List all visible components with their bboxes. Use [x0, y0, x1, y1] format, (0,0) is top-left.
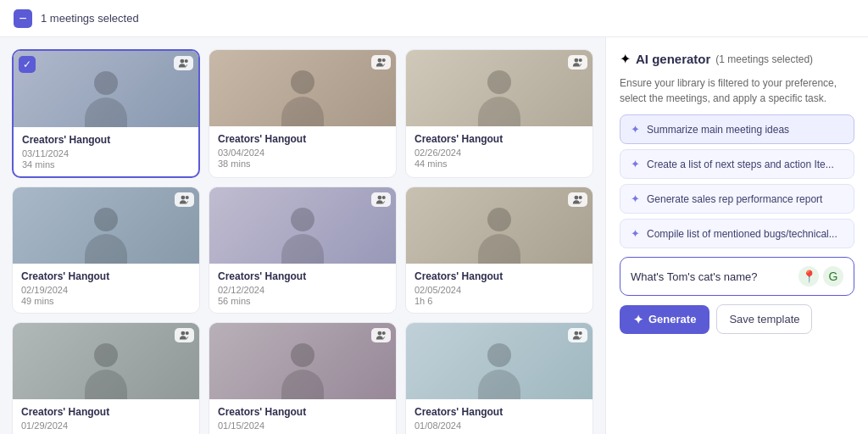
- ai-input-area[interactable]: 📍 G: [620, 257, 854, 296]
- save-template-button[interactable]: Save template: [716, 304, 812, 334]
- svg-point-11: [579, 196, 582, 199]
- ai-sparkle-icon: ✦: [620, 51, 631, 67]
- person-silhouette: [85, 343, 127, 399]
- svg-point-0: [180, 59, 184, 64]
- users-icon: [179, 194, 190, 205]
- person-silhouette: [478, 70, 520, 126]
- participants-icon: [175, 192, 194, 207]
- svg-point-8: [377, 196, 381, 200]
- meeting-card[interactable]: Creators' Hangout 03/04/2024 38 mins: [209, 49, 397, 178]
- suggestion-label: Summarize main meeting ideas: [647, 124, 789, 136]
- participants-icon: [174, 56, 193, 70]
- participants-icon: [371, 55, 391, 70]
- person-silhouette: [281, 343, 324, 399]
- generate-sparkle-icon: ✦: [633, 313, 643, 326]
- person-silhouette: [85, 208, 127, 264]
- meetings-grid-area: Creators' Hangout 03/11/2024 34 mins Cre…: [0, 37, 605, 434]
- card-meeting-name: Creators' Hangout: [218, 406, 387, 418]
- card-date: 01/15/2024: [218, 420, 387, 431]
- suggestion-label: Create a list of next steps and action I…: [647, 159, 834, 170]
- card-meeting-name: Creators' Hangout: [415, 133, 584, 145]
- suggestion-sparkle-icon: ✦: [631, 227, 640, 240]
- card-date: 02/05/2024: [415, 285, 584, 295]
- card-duration: 34 mins: [22, 159, 190, 170]
- card-duration: 49 mins: [21, 296, 191, 306]
- meeting-card[interactable]: Creators' Hangout 02/26/2024 44 mins: [405, 49, 593, 178]
- card-duration: 1h 6: [415, 296, 584, 306]
- svg-point-15: [382, 331, 386, 335]
- card-thumbnail: [406, 50, 593, 126]
- users-icon: [572, 330, 583, 341]
- participants-icon: [568, 55, 587, 70]
- svg-point-9: [382, 196, 386, 199]
- users-icon: [376, 57, 387, 68]
- participants-icon: [568, 328, 587, 342]
- suggestion-item[interactable]: ✦ Create a list of next steps and action…: [620, 149, 854, 179]
- svg-point-3: [382, 58, 386, 62]
- card-info: Creators' Hangout 02/05/2024 1h 6: [406, 264, 593, 313]
- svg-point-10: [574, 196, 578, 200]
- users-icon: [572, 57, 583, 68]
- card-info: Creators' Hangout 01/15/2024 ...: [209, 399, 396, 434]
- participants-icon: [371, 192, 391, 207]
- meeting-card[interactable]: Creators' Hangout 02/19/2024 49 mins: [12, 186, 200, 314]
- ai-panel-title: AI generator: [636, 52, 710, 66]
- deselect-button[interactable]: [14, 9, 32, 28]
- card-meeting-name: Creators' Hangout: [22, 134, 190, 146]
- participants-icon: [371, 328, 391, 342]
- svg-point-16: [574, 331, 578, 336]
- ai-panel: ✦ AI generator (1 meetings selected) Ens…: [605, 37, 868, 434]
- meeting-card[interactable]: Creators' Hangout 03/11/2024 34 mins: [12, 49, 200, 178]
- card-info: Creators' Hangout 03/11/2024 34 mins: [14, 127, 198, 176]
- users-icon: [376, 330, 387, 341]
- header-bar: 1 meetings selected: [0, 0, 868, 37]
- card-date: 02/19/2024: [21, 285, 191, 295]
- meeting-card[interactable]: Creators' Hangout 01/08/2024 ...: [405, 322, 593, 434]
- pin-icon[interactable]: 📍: [798, 266, 819, 287]
- grammarly-icon[interactable]: G: [823, 266, 843, 287]
- users-icon: [572, 194, 583, 205]
- card-thumbnail: [209, 323, 396, 399]
- card-meeting-name: Creators' Hangout: [21, 406, 191, 418]
- meeting-card[interactable]: Creators' Hangout 02/12/2024 56 mins: [209, 186, 397, 314]
- meetings-grid: Creators' Hangout 03/11/2024 34 mins Cre…: [12, 49, 593, 434]
- card-duration: 38 mins: [218, 159, 387, 169]
- ai-suggestions-list: ✦ Summarize main meeting ideas ✦ Create …: [620, 114, 854, 248]
- suggestion-sparkle-icon: ✦: [631, 123, 640, 136]
- card-thumbnail: [209, 187, 396, 264]
- svg-point-14: [377, 331, 381, 336]
- suggestion-sparkle-icon: ✦: [631, 158, 640, 170]
- person-silhouette: [281, 70, 324, 126]
- svg-point-2: [377, 58, 381, 63]
- person-silhouette: [478, 343, 520, 399]
- meeting-card[interactable]: Creators' Hangout 01/29/2024 ...: [12, 322, 200, 434]
- card-info: Creators' Hangout 02/26/2024 44 mins: [406, 126, 593, 175]
- card-info: Creators' Hangout 02/19/2024 49 mins: [13, 264, 199, 313]
- ai-panel-description: Ensure your library is filtered to your …: [620, 75, 854, 106]
- suggestion-label: Compile list of mentioned bugs/technical…: [647, 228, 837, 240]
- ai-actions: ✦ Generate Save template: [620, 304, 854, 334]
- meeting-card[interactable]: Creators' Hangout 02/05/2024 1h 6: [405, 186, 593, 314]
- ai-panel-header: ✦ AI generator (1 meetings selected): [620, 51, 854, 67]
- svg-point-1: [185, 59, 188, 63]
- card-info: Creators' Hangout 01/29/2024 ...: [13, 399, 199, 434]
- suggestion-item[interactable]: ✦ Compile list of mentioned bugs/technic…: [620, 219, 854, 248]
- card-date: 02/12/2024: [218, 285, 387, 295]
- main-content: Creators' Hangout 03/11/2024 34 mins Cre…: [0, 37, 868, 434]
- card-date: 03/11/2024: [22, 148, 190, 159]
- card-meeting-name: Creators' Hangout: [415, 406, 584, 418]
- users-icon: [179, 330, 190, 341]
- svg-point-12: [181, 331, 185, 336]
- suggestion-item[interactable]: ✦ Summarize main meeting ideas: [620, 114, 854, 144]
- ai-prompt-input[interactable]: [631, 270, 792, 283]
- selection-label: 1 meetings selected: [41, 12, 139, 25]
- meeting-card[interactable]: Creators' Hangout 01/15/2024 ...: [209, 322, 397, 434]
- generate-button[interactable]: ✦ Generate: [620, 305, 709, 334]
- svg-point-13: [186, 331, 189, 335]
- card-info: Creators' Hangout 02/12/2024 56 mins: [209, 264, 396, 313]
- card-thumbnail: [13, 187, 199, 264]
- suggestion-item[interactable]: ✦ Generate sales rep performance report: [620, 184, 854, 214]
- card-meeting-name: Creators' Hangout: [21, 270, 191, 282]
- generate-button-label: Generate: [648, 313, 696, 326]
- person-silhouette: [281, 208, 324, 264]
